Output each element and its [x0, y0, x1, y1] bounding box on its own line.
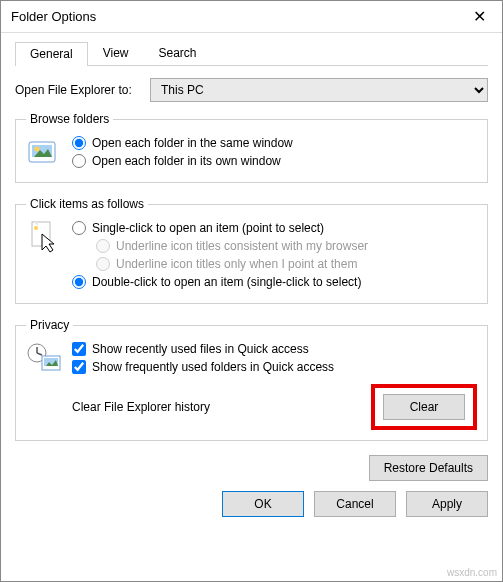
radio-own-window[interactable]: Open each folder in its own window [72, 154, 477, 168]
radio-own-window-label: Open each folder in its own window [92, 154, 281, 168]
close-icon: ✕ [473, 7, 486, 26]
check-recent-files-label: Show recently used files in Quick access [92, 342, 309, 356]
privacy-legend: Privacy [26, 318, 73, 332]
browse-folders-group: Browse folders Open each folder in the s… [15, 112, 488, 183]
check-frequent-folders-label: Show frequently used folders in Quick ac… [92, 360, 334, 374]
privacy-group: Privacy Show recently used files in Quic… [15, 318, 488, 441]
svg-point-4 [34, 226, 38, 230]
radio-underline-point: Underline icon titles only when I point … [96, 257, 477, 271]
tab-view[interactable]: View [88, 41, 144, 65]
check-frequent-folders-input[interactable] [72, 360, 86, 374]
radio-same-window-label: Open each folder in the same window [92, 136, 293, 150]
svg-point-2 [35, 147, 40, 152]
radio-single-click-label: Single-click to open an item (point to s… [92, 221, 324, 235]
radio-double-click-label: Double-click to open an item (single-cli… [92, 275, 361, 289]
cancel-button[interactable]: Cancel [314, 491, 396, 517]
click-items-group: Click items as follows Single-click to o… [15, 197, 488, 304]
click-items-legend: Click items as follows [26, 197, 148, 211]
radio-single-click[interactable]: Single-click to open an item (point to s… [72, 221, 477, 235]
privacy-icon [26, 340, 62, 376]
tab-strip: General View Search [15, 41, 488, 66]
clear-highlight: Clear [371, 384, 477, 430]
radio-underline-browser-input [96, 239, 110, 253]
titlebar: Folder Options ✕ [1, 1, 502, 33]
dialog-footer: OK Cancel Apply [1, 491, 502, 525]
radio-same-window-input[interactable] [72, 136, 86, 150]
radio-single-click-input[interactable] [72, 221, 86, 235]
radio-underline-point-label: Underline icon titles only when I point … [116, 257, 357, 271]
open-to-label: Open File Explorer to: [15, 83, 150, 97]
radio-underline-browser: Underline icon titles consistent with my… [96, 239, 477, 253]
check-frequent-folders[interactable]: Show frequently used folders in Quick ac… [72, 360, 477, 374]
apply-button[interactable]: Apply [406, 491, 488, 517]
restore-defaults-button[interactable]: Restore Defaults [369, 455, 488, 481]
clear-history-label: Clear File Explorer history [72, 400, 210, 414]
radio-double-click[interactable]: Double-click to open an item (single-cli… [72, 275, 477, 289]
open-to-row: Open File Explorer to: This PC [15, 78, 488, 102]
tab-general[interactable]: General [15, 42, 88, 66]
radio-same-window[interactable]: Open each folder in the same window [72, 136, 477, 150]
browse-folders-icon [26, 134, 62, 170]
ok-button[interactable]: OK [222, 491, 304, 517]
dialog-content: General View Search Open File Explorer t… [1, 33, 502, 491]
radio-underline-browser-label: Underline icon titles consistent with my… [116, 239, 368, 253]
browse-folders-legend: Browse folders [26, 112, 113, 126]
clear-button[interactable]: Clear [383, 394, 465, 420]
close-button[interactable]: ✕ [457, 2, 502, 32]
check-recent-files[interactable]: Show recently used files in Quick access [72, 342, 477, 356]
tab-search[interactable]: Search [144, 41, 212, 65]
click-items-icon [26, 219, 62, 255]
radio-double-click-input[interactable] [72, 275, 86, 289]
radio-underline-point-input [96, 257, 110, 271]
check-recent-files-input[interactable] [72, 342, 86, 356]
watermark: wsxdn.com [447, 567, 497, 578]
open-to-combo[interactable]: This PC [150, 78, 488, 102]
window-title: Folder Options [11, 9, 96, 24]
radio-own-window-input[interactable] [72, 154, 86, 168]
